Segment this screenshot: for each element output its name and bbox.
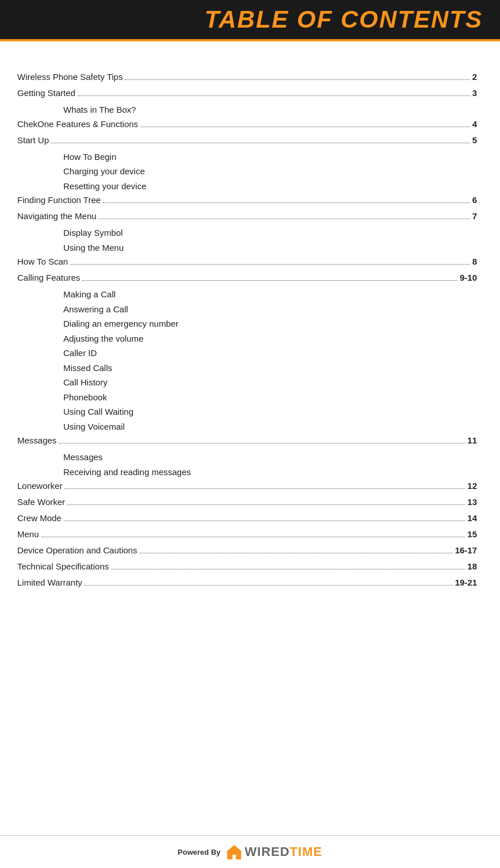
toc-dots xyxy=(82,280,457,281)
toc-sub-item-history: Call History xyxy=(63,375,477,390)
toc-sub-item: Using the Menu xyxy=(63,240,477,255)
page-title: TABLE OF CONTENTS xyxy=(204,6,483,33)
toc-page: 16-17 xyxy=(455,544,477,557)
toc-dots xyxy=(67,504,465,505)
toc-dots xyxy=(51,143,470,143)
toc-page: 11 xyxy=(467,434,477,448)
toc-label: Safe Worker xyxy=(17,495,65,509)
toc-dots xyxy=(139,553,452,553)
toc-dots xyxy=(125,79,470,80)
toc-page: 5 xyxy=(472,133,477,147)
toc-label: Technical Specifications xyxy=(17,560,109,573)
toc-dots xyxy=(41,537,465,537)
toc-sub-item: Receiving and reading messages xyxy=(63,465,477,480)
house-icon xyxy=(225,844,243,860)
toc-entry-getting-started: Getting Started 3 xyxy=(17,86,477,100)
toc-dots xyxy=(111,569,465,569)
toc-entry-scan: How To Scan 8 xyxy=(17,255,477,269)
toc-entry-function-tree: Finding Function Tree 6 xyxy=(17,193,477,207)
toc-entry-wireless: Wireless Phone Safety Tips 2 xyxy=(17,70,477,84)
toc-sub-item: Using Voicemail xyxy=(63,419,477,434)
toc-label: How To Scan xyxy=(17,255,68,269)
toc-entry-messages: Messages 11 xyxy=(17,434,477,448)
toc-label: Crew Mode xyxy=(17,511,62,525)
toc-dots xyxy=(64,488,465,489)
toc-dots xyxy=(85,585,453,586)
toc-entry-nav-menu: Navigating the Menu 7 xyxy=(17,209,477,223)
toc-label: Finding Function Tree xyxy=(17,193,101,207)
toc-sub-item-missed: Missed Calls xyxy=(63,361,477,376)
toc-page: 12 xyxy=(467,479,477,493)
toc-entry-calling: Calling Features 9-10 xyxy=(17,271,477,285)
toc-sub-item: Resetting your device xyxy=(63,179,477,194)
powered-by-label: Powered By xyxy=(178,848,220,856)
toc-label: Device Operation and Cautions xyxy=(17,544,137,557)
toc-page: 14 xyxy=(467,511,477,525)
toc-page: 18 xyxy=(467,560,477,573)
toc-page: 3 xyxy=(472,86,477,100)
page-header: TABLE OF CONTENTS xyxy=(0,0,500,39)
toc-dots xyxy=(140,127,470,127)
brand-name: WIREDTIME xyxy=(245,844,322,859)
toc-sub-item-volume: Adjusting the volume xyxy=(63,331,477,346)
toc-sub-item: Making a Call xyxy=(63,287,477,302)
toc-label: Calling Features xyxy=(17,271,80,285)
toc-entry-tech-specs: Technical Specifications 18 xyxy=(17,560,477,573)
toc-page: 9-10 xyxy=(460,271,477,285)
toc-dots xyxy=(99,219,470,219)
toc-page: 15 xyxy=(467,527,477,541)
toc-dots xyxy=(103,202,470,203)
toc-page: 13 xyxy=(467,495,477,509)
toc-sub-item: Display Symbol xyxy=(63,225,477,240)
toc-entry-warranty: Limited Warranty 19-21 xyxy=(17,576,477,590)
brand-wired: WIRED xyxy=(245,844,289,859)
toc-page: 2 xyxy=(472,70,477,84)
brand-logo: WIREDTIME xyxy=(225,844,322,860)
toc-label: Menu xyxy=(17,527,39,541)
toc-label: Start Up xyxy=(17,133,49,147)
toc-dots xyxy=(59,443,465,443)
toc-dots xyxy=(64,521,465,521)
toc-sub-item: Whats in The Box? xyxy=(63,102,477,117)
toc-page: 19-21 xyxy=(455,576,477,590)
page-footer: Powered By WIREDTIME xyxy=(0,835,500,868)
toc-label: Loneworker xyxy=(17,479,62,493)
toc-label: ChekOne Features & Functions xyxy=(17,117,138,131)
toc-entry-device-op: Device Operation and Cautions 16-17 xyxy=(17,544,477,557)
brand-time: TIME xyxy=(290,844,323,859)
toc-content: Wireless Phone Safety Tips 2 Getting Sta… xyxy=(0,41,500,661)
toc-label: Messages xyxy=(17,434,56,448)
toc-sub-item: Phonebook xyxy=(63,390,477,405)
toc-sub-item-emergency: Dialing an emergency number xyxy=(63,316,477,331)
toc-dots xyxy=(78,95,470,96)
toc-label: Limited Warranty xyxy=(17,576,82,590)
toc-sub-item: Messages xyxy=(63,450,477,465)
toc-entry-menu: Menu 15 xyxy=(17,527,477,541)
toc-entry-chekone: ChekOne Features & Functions 4 xyxy=(17,117,477,131)
toc-sub-item-call-waiting: Using Call Waiting xyxy=(63,404,477,419)
toc-entry-startup: Start Up 5 xyxy=(17,133,477,147)
toc-page: 8 xyxy=(472,255,477,269)
toc-page: 7 xyxy=(472,209,477,223)
toc-sub-item: Caller ID xyxy=(63,346,477,361)
toc-entry-crew-mode: Crew Mode 14 xyxy=(17,511,477,525)
toc-dots xyxy=(70,264,470,265)
toc-page: 6 xyxy=(472,193,477,207)
toc-sub-item: How To Begin xyxy=(63,150,477,165)
toc-label: Wireless Phone Safety Tips xyxy=(17,70,123,84)
toc-entry-loneworker: Loneworker 12 xyxy=(17,479,477,493)
toc-page: 4 xyxy=(472,117,477,131)
toc-entry-safe-worker: Safe Worker 13 xyxy=(17,495,477,509)
toc-label: Navigating the Menu xyxy=(17,209,97,223)
toc-label: Getting Started xyxy=(17,86,75,100)
toc-sub-item-answering: Answering a Call xyxy=(63,302,477,317)
toc-sub-item: Charging your device xyxy=(63,164,477,179)
svg-marker-0 xyxy=(226,845,242,859)
